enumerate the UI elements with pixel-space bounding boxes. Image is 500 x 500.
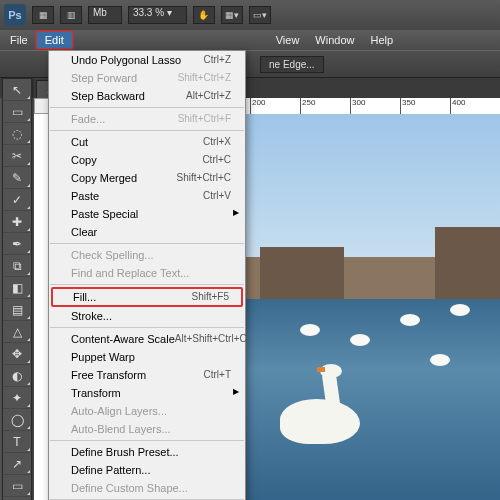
image-bird [350,334,370,346]
menu-item-auto-align-layers: Auto-Align Layers... [49,402,245,420]
tool-3[interactable]: ✂ [3,145,31,167]
image-bird [300,324,320,336]
menu-item-define-pattern[interactable]: Define Pattern... [49,461,245,479]
tool-14[interactable]: ✦ [3,387,31,409]
tool-6[interactable]: ✚ [3,211,31,233]
tool-13[interactable]: ◐ [3,365,31,387]
menu-item-copy-merged[interactable]: Copy MergedShift+Ctrl+C [49,169,245,187]
menu-item-content-aware-scale[interactable]: Content-Aware ScaleAlt+Shift+Ctrl+C [49,330,245,348]
menu-item-puppet-warp[interactable]: Puppet Warp [49,348,245,366]
ruler-tick: 200 [250,98,300,114]
menu-item-fade: Fade...Shift+Ctrl+F [49,110,245,128]
tool-9[interactable]: ◧ [3,277,31,299]
menu-window[interactable]: Window [307,32,362,48]
tool-panel: ↖▭◌✂✎✓✚✒⧉◧▤△✥◐✦◯T↗▭✋🔍 [2,78,32,500]
menu-item-step-forward: Step ForwardShift+Ctrl+Z [49,69,245,87]
app-logo: Ps [4,4,26,26]
menu-item-stroke[interactable]: Stroke... [49,307,245,325]
tool-11[interactable]: △ [3,321,31,343]
arrange-icon[interactable]: ▦▾ [221,6,243,24]
menu-item-check-spelling: Check Spelling... [49,246,245,264]
doc-selector[interactable]: Mb [88,6,122,24]
ruler-tick: 400 [450,98,500,114]
image-swan [270,364,380,454]
menu-item-paste-special[interactable]: Paste Special▶ [49,205,245,223]
menu-item-clear[interactable]: Clear [49,223,245,241]
tool-4[interactable]: ✎ [3,167,31,189]
menu-item-free-transform[interactable]: Free TransformCtrl+T [49,366,245,384]
tool-16[interactable]: T [3,431,31,453]
edit-menu-dropdown: Undo Polygonal LassoCtrl+ZStep ForwardSh… [48,50,246,500]
tool-8[interactable]: ⧉ [3,255,31,277]
menu-item-transform[interactable]: Transform▶ [49,384,245,402]
hand-icon[interactable]: ✋ [193,6,215,24]
image-bird [450,304,470,316]
image-bird [430,354,450,366]
title-bar: Ps ▦ ▥ Mb 33.3 % ▾ ✋ ▦▾ ▭▾ [0,0,500,30]
menu-help[interactable]: Help [362,32,401,48]
refine-edge-button[interactable]: ne Edge... [260,56,324,73]
menu-item-find-and-replace-text: Find and Replace Text... [49,264,245,282]
menu-edit[interactable]: Edit [36,31,73,49]
menu-item-cut[interactable]: CutCtrl+X [49,133,245,151]
tool-2[interactable]: ◌ [3,123,31,145]
menu-view[interactable]: View [268,32,308,48]
mini-bridge-icon[interactable]: ▥ [60,6,82,24]
menu-bar: File Edit View Window Help [0,30,500,50]
bridge-icon[interactable]: ▦ [32,6,54,24]
menu-file[interactable]: File [2,32,36,48]
screen-mode-icon[interactable]: ▭▾ [249,6,271,24]
ruler-tick: 300 [350,98,400,114]
menu-item-define-brush-preset[interactable]: Define Brush Preset... [49,443,245,461]
menu-item-step-backward[interactable]: Step BackwardAlt+Ctrl+Z [49,87,245,105]
tool-5[interactable]: ✓ [3,189,31,211]
ruler-tick: 350 [400,98,450,114]
tool-0[interactable]: ↖ [3,79,31,101]
image-bird [400,314,420,326]
menu-item-paste[interactable]: PasteCtrl+V [49,187,245,205]
menu-item-undo-polygonal-lasso[interactable]: Undo Polygonal LassoCtrl+Z [49,51,245,69]
tool-15[interactable]: ◯ [3,409,31,431]
menu-item-copy[interactable]: CopyCtrl+C [49,151,245,169]
tool-1[interactable]: ▭ [3,101,31,123]
tool-12[interactable]: ✥ [3,343,31,365]
tool-10[interactable]: ▤ [3,299,31,321]
tool-18[interactable]: ▭ [3,475,31,497]
zoom-level[interactable]: 33.3 % ▾ [128,6,187,24]
menu-item-fill[interactable]: Fill...Shift+F5 [51,287,243,307]
tool-17[interactable]: ↗ [3,453,31,475]
tool-7[interactable]: ✒ [3,233,31,255]
menu-item-define-custom-shape: Define Custom Shape... [49,479,245,497]
menu-item-auto-blend-layers: Auto-Blend Layers... [49,420,245,438]
ruler-tick: 250 [300,98,350,114]
